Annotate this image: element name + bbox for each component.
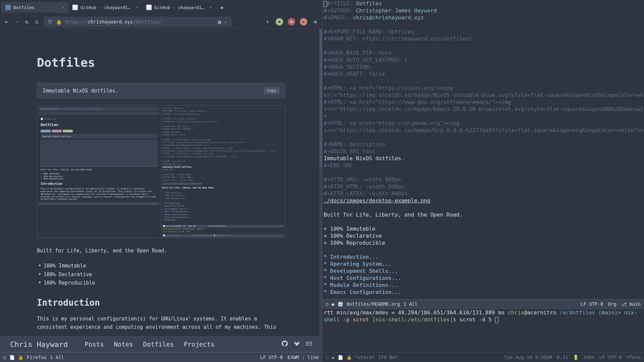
browser-content[interactable]: Dotfiles Immutable NixOS dotfiles. Copy …: [0, 29, 322, 336]
circle-icon: ◯: [3, 355, 6, 360]
time-label: Tue Aug 10 9:45AM: [504, 355, 552, 360]
new-tab-button[interactable]: +: [216, 4, 228, 11]
mail-icon[interactable]: [306, 341, 312, 348]
buffer-name: dotfiles/README.org: [346, 301, 400, 307]
reload-button[interactable]: ↻: [23, 18, 30, 25]
reader-icon[interactable]: ▤: [218, 19, 221, 24]
modeline-vterm: ◯ ● 📄 🔒 *vterm* 170 Bot Tue Aug 10 9:45A…: [322, 352, 644, 362]
tab-title: GitHub - chayward1/dotf: [154, 5, 207, 10]
list-item: 100% Reproducible: [44, 279, 285, 288]
lock-icon: 🔒: [346, 355, 352, 360]
circle-icon: ◯: [326, 302, 328, 307]
intro-paragraph: This is my personal configuration(s) for…: [37, 314, 285, 332]
file-icon: 📄: [338, 355, 343, 360]
tab-title: GitHub - chayward1/dotf: [80, 5, 133, 10]
mode-label: Org: [608, 301, 616, 307]
tab-title: Dotfiles: [13, 5, 59, 10]
github-favicon-icon: [72, 5, 78, 10]
nav-dotfiles[interactable]: Dotfiles: [143, 341, 174, 348]
page-title: Dotfiles: [37, 56, 285, 69]
tab-github-1[interactable]: GitHub - chayward1/dotf ×: [68, 2, 142, 13]
load-label: 0.31: [557, 355, 568, 360]
home-button[interactable]: ⌂: [34, 18, 40, 25]
battery-icon: 🔋: [573, 355, 579, 360]
description-box: Immutable NixOS dotfiles. Copy: [37, 83, 285, 99]
buffer-position: 1 All: [50, 355, 64, 360]
back-button[interactable]: ←: [3, 18, 10, 25]
tagline-text: Built for Life, Liberty, and the Open Ro…: [37, 248, 285, 254]
shield-icon: 🛡: [48, 19, 53, 24]
buffer-position: 170 Bot: [378, 355, 398, 360]
buffer-position: 1 All: [404, 301, 418, 307]
encoding-label: LF UTF-8: [599, 355, 622, 360]
file-icon: 📄: [9, 355, 15, 360]
ublock-icon[interactable]: u: [288, 18, 295, 25]
circle-icon: ●: [332, 302, 334, 307]
introduction-heading: Introduction: [37, 298, 285, 308]
terminal[interactable]: rtt min/avg/max/mdev = 49.294/186.651/36…: [322, 309, 644, 352]
branch-label: ⎇ main: [621, 301, 641, 307]
site-brand[interactable]: Chris Hayward: [10, 340, 68, 349]
org-editor[interactable]: #+TITLE: Dotfiles #+AUTHOR: Christopher …: [322, 0, 644, 299]
buffer-name: *vterm*: [355, 355, 375, 360]
modeline-editor: ◯ ● 🔙 dotfiles/README.org 1 All LF UTF-8…: [322, 299, 644, 309]
tab-github-2[interactable]: GitHub - chayward1/dotf ×: [142, 2, 216, 13]
mode-label: VTerm: [627, 355, 641, 360]
forward-button[interactable]: →: [13, 18, 20, 25]
pocket-icon[interactable]: ⬇: [264, 18, 271, 25]
browser-tabs: Dotfiles × GitHub - chayward1/dotf × Git…: [0, 0, 322, 15]
battery-label: 100%: [583, 355, 595, 360]
circle-icon: ◯: [326, 355, 328, 360]
encoding-label: LF UTF-8: [260, 355, 283, 360]
site-nav: Chris Hayward Posts Notes Dotfiles Proje…: [0, 336, 322, 352]
lock-icon: 🔒: [56, 19, 62, 24]
extension-badge-icon[interactable]: ●: [276, 18, 283, 25]
list-item: 100% Declarative: [44, 270, 285, 279]
github-icon[interactable]: [282, 341, 288, 348]
url-text: https://chrishayward.xyz/dotfiles/: [65, 19, 161, 24]
bookmark-star-icon[interactable]: ☆: [224, 19, 227, 24]
screenshot-image: 📄 README.org Dotfiles Immutable NixOS do…: [37, 105, 285, 238]
close-icon[interactable]: ×: [62, 5, 64, 10]
back-icon: 🔙: [338, 302, 343, 307]
image-link[interactable]: ./docs/images/desktop-example.png: [324, 197, 430, 204]
feature-list: 100% Immutable 100% Declarative 100% Rep…: [37, 262, 285, 288]
github-favicon-icon: [146, 5, 152, 10]
browser-toolbar: ← → ↻ ⌂ 🛡 🔒 https://chrishayward.xyz/dot…: [0, 15, 322, 29]
menu-icon[interactable]: ≡: [312, 18, 319, 25]
circle-icon: ●: [332, 355, 334, 360]
tab-active[interactable]: Dotfiles ×: [1, 2, 68, 13]
encoding-label: LF UTF-8: [581, 301, 603, 307]
description-text: Immutable NixOS dotfiles.: [43, 88, 118, 94]
copy-button[interactable]: Copy: [264, 87, 280, 94]
url-bar[interactable]: 🛡 🔒 https://chrishayward.xyz/dotfiles/ ▤…: [44, 17, 231, 27]
extension-icon[interactable]: ◐: [300, 18, 307, 25]
modeline-firefox: ◯ 📄 🔒 Firefox 1 All LF UTF-8 EXWM : line: [0, 352, 322, 362]
nav-projects[interactable]: Projects: [184, 341, 215, 348]
lock-icon: 🔒: [18, 355, 23, 360]
nav-posts[interactable]: Posts: [85, 341, 104, 348]
buffer-name: Firefox: [27, 355, 47, 360]
scrollbar[interactable]: [319, 29, 322, 336]
close-icon[interactable]: ×: [136, 5, 138, 10]
mode-label: EXWM : line: [287, 355, 319, 360]
close-icon[interactable]: ×: [209, 5, 212, 10]
gitlab-icon[interactable]: [294, 341, 300, 348]
list-item: 100% Immutable: [44, 262, 285, 270]
nav-notes[interactable]: Notes: [114, 341, 133, 348]
site-favicon-icon: [5, 5, 11, 10]
